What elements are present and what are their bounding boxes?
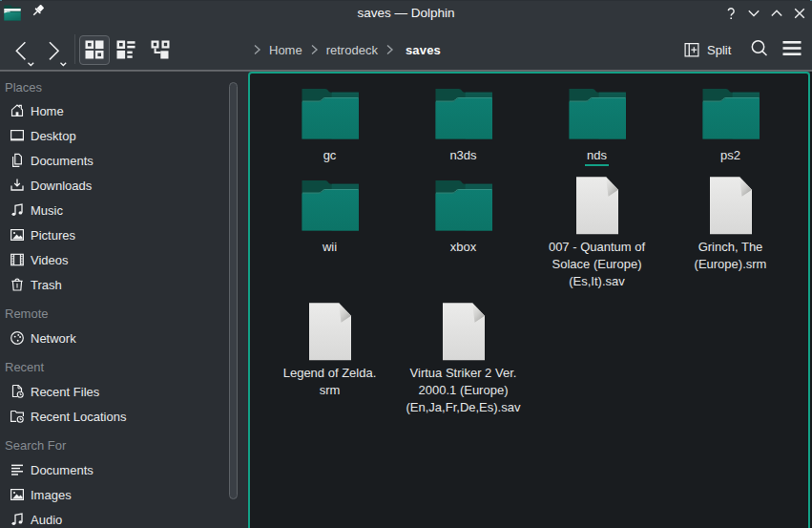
item-label: Grinch, The(Europe).srm xyxy=(664,239,798,273)
pictures-icon xyxy=(10,227,25,243)
file-icon xyxy=(433,303,494,364)
sidebar-scrollbar[interactable] xyxy=(229,82,238,499)
music-icon xyxy=(10,202,25,218)
sidebar-item-trash[interactable]: Trash xyxy=(0,272,225,297)
sidebar-item-downloads[interactable]: Downloads xyxy=(0,173,225,198)
item-label-line: (En,Ja,Fr,De,Es).sav xyxy=(397,399,531,416)
toolbar-separator xyxy=(74,34,75,64)
help-button[interactable] xyxy=(723,6,739,21)
sidebar-item-label: Trash xyxy=(31,278,62,292)
item-label-line: n3ds xyxy=(397,147,531,164)
recent-files-icon xyxy=(10,384,25,399)
hamburger-menu-button[interactable] xyxy=(782,39,802,57)
sidebar-section-remote: Remote xyxy=(0,301,225,326)
item-label-line: Grinch, The xyxy=(664,239,798,256)
item-label-line: nds xyxy=(531,147,664,164)
sidebar-item-label: Documents xyxy=(31,463,94,477)
sidebar-item-network[interactable]: Network xyxy=(0,326,225,350)
sidebar-item-label: Audio xyxy=(31,513,62,527)
close-button[interactable] xyxy=(792,6,807,21)
window-title: saves — Dolphin xyxy=(0,0,812,27)
item-label-line: ps2 xyxy=(664,147,798,164)
file-icon xyxy=(300,303,361,364)
item-label-line: wii xyxy=(263,239,397,256)
icons-view-button[interactable] xyxy=(79,35,110,65)
file-icon xyxy=(700,177,761,238)
documents-icon xyxy=(10,153,25,168)
item-label-line: xbox xyxy=(397,239,531,256)
dolphin-window: saves — Dolphin xyxy=(0,0,812,528)
item-label: Virtua Striker 2 Ver.2000.1 (Europe)(En,… xyxy=(397,365,531,416)
icons-view-icon xyxy=(85,40,104,59)
item-label: ps2 xyxy=(664,147,798,164)
sidebar-section-places: Places xyxy=(0,74,225,99)
folder-icon xyxy=(567,85,628,146)
item-label-line: (Es,It).sav xyxy=(531,273,664,290)
search-documents-icon xyxy=(10,462,25,477)
back-button[interactable] xyxy=(12,38,37,67)
sidebar-item-audio[interactable]: Audio xyxy=(0,507,225,528)
details-view-icon xyxy=(116,40,135,59)
sidebar-item-label: Desktop xyxy=(31,129,76,143)
sidebar-item-label: Videos xyxy=(31,253,69,267)
item-label-line: 007 - Quantum of xyxy=(531,239,664,256)
item-label-line: Solace (Europe) xyxy=(531,256,664,273)
search-button[interactable] xyxy=(749,38,770,59)
sidebar-item-documents[interactable]: Documents xyxy=(0,148,225,173)
item-label: Legend of Zelda.srm xyxy=(263,365,397,399)
item-label: xbox xyxy=(397,239,531,256)
sidebar-item-desktop[interactable]: Desktop xyxy=(0,123,225,148)
sidebar-item-documents[interactable]: Documents xyxy=(0,457,225,482)
split-button[interactable]: Split xyxy=(684,37,731,62)
breadcrumb-home[interactable]: Home xyxy=(264,43,307,57)
search-audio-icon xyxy=(10,512,25,527)
breadcrumb-retrodeck[interactable]: retrodeck xyxy=(322,43,383,57)
sidebar-item-home[interactable]: Home xyxy=(0,98,225,123)
breadcrumb: Home retrodeck saves xyxy=(250,37,446,62)
desktop-icon xyxy=(10,128,25,143)
sidebar-item-pictures[interactable]: Pictures xyxy=(0,222,225,247)
breadcrumb-chevron-icon xyxy=(307,44,322,55)
split-label: Split xyxy=(707,43,731,57)
sidebar-item-label: Recent Files xyxy=(31,385,99,399)
network-icon xyxy=(10,330,25,346)
current-item-underline xyxy=(585,164,609,166)
sidebar-section-recent: Recent xyxy=(0,354,225,379)
folder-icon xyxy=(300,85,361,146)
folder-icon xyxy=(300,177,361,238)
sidebar-item-recent-locations[interactable]: Recent Locations xyxy=(0,404,225,429)
item-label-line: Virtua Striker 2 Ver. xyxy=(397,365,531,382)
forward-button[interactable] xyxy=(45,38,70,67)
details-view-button[interactable] xyxy=(111,35,141,65)
item-label: 007 - Quantum ofSolace (Europe)(Es,It).s… xyxy=(531,239,664,290)
item-label-line: gc xyxy=(263,147,397,164)
folder-icon xyxy=(433,177,494,238)
split-icon xyxy=(684,42,699,57)
item-label: nds xyxy=(531,147,664,164)
folder-view: gc n3ds nds ps2 wii xyxy=(248,72,810,528)
videos-icon xyxy=(10,252,25,267)
sidebar-item-label: Downloads xyxy=(31,179,92,193)
sidebar-item-label: Home xyxy=(31,104,64,118)
maximize-button[interactable] xyxy=(769,6,784,21)
item-label: gc xyxy=(263,147,397,164)
item-label-line: Legend of Zelda. xyxy=(263,365,397,382)
downloads-icon xyxy=(10,178,25,193)
minimize-button[interactable] xyxy=(746,6,761,21)
breadcrumb-chevron-icon xyxy=(250,44,264,55)
recent-locations-icon xyxy=(10,409,25,424)
tree-view-button[interactable] xyxy=(145,35,176,65)
sidebar-item-recent-files[interactable]: Recent Files xyxy=(0,379,225,404)
sidebar-item-images[interactable]: Images xyxy=(0,482,225,507)
item-label: n3ds xyxy=(397,147,531,164)
breadcrumb-current[interactable]: saves xyxy=(397,43,446,57)
sidebar-item-label: Documents xyxy=(31,154,94,168)
sidebar-item-music[interactable]: Music xyxy=(0,198,225,222)
sidebar-item-label: Music xyxy=(31,203,63,218)
file-icon xyxy=(567,177,628,238)
breadcrumb-chevron-icon xyxy=(383,44,397,55)
sidebar-item-videos[interactable]: Videos xyxy=(0,247,225,272)
item-label-line: (Europe).srm xyxy=(664,256,798,273)
toolbar: Home retrodeck saves Split xyxy=(0,27,812,70)
trash-icon xyxy=(10,277,25,292)
